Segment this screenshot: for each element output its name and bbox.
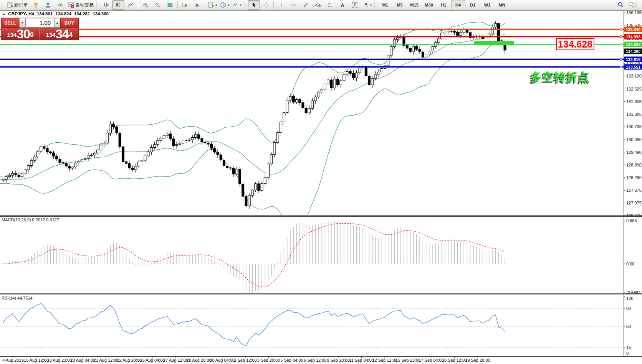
macd-pane-separator[interactable] [0, 215, 642, 216]
mt4-window: 新订单 自动交易 [0, 0, 642, 364]
price-badge-133.551: 133.551 [624, 64, 642, 70]
price-badge-134.628: 134.628 [624, 42, 642, 47]
deposit-gold-button[interactable] [30, 0, 42, 10]
volume-increase-button[interactable]: ▲ [54, 18, 60, 28]
profile-button[interactable] [42, 0, 54, 10]
svg-text:133.916: 133.916 [626, 57, 640, 62]
svg-text:128.890: 128.890 [626, 163, 642, 167]
svg-text:3 Sep 20:00: 3 Sep 20:00 [257, 358, 280, 362]
candles-layer [2, 21, 506, 209]
signals-button[interactable] [54, 0, 66, 10]
zoom-out-button[interactable] [152, 0, 164, 10]
rsi-pane-separator[interactable] [0, 293, 642, 295]
symbol-name: GBPJPY-,H4 [8, 12, 34, 16]
svg-text:133.551: 133.551 [626, 65, 640, 69]
chart-shift-button[interactable] [191, 0, 204, 10]
svg-text:133.120: 133.120 [626, 74, 642, 78]
sell-button[interactable]: SELL [1, 18, 19, 28]
channel-button[interactable]: E [312, 0, 324, 10]
svg-text:11 Sep 04:00: 11 Sep 04:00 [349, 358, 374, 362]
trendline-button[interactable] [299, 0, 312, 10]
tab-timeframe-H4[interactable]: H4 [451, 0, 465, 10]
sell-price[interactable]: 134300 [1, 28, 40, 40]
tab-timeframe-D1[interactable]: D1 [465, 0, 480, 10]
svg-text:0.00: 0.00 [626, 262, 634, 266]
time-axis[interactable]: 4 Aug 201915 Aug 12:0018 Aug 23:0020 Aug… [2, 357, 490, 363]
arrows-icon [362, 2, 369, 8]
horizontal-line-button[interactable] [287, 0, 299, 10]
profile-icon [45, 2, 51, 8]
crosshair-button[interactable] [260, 0, 272, 10]
fibonacci-button[interactable]: F [324, 0, 336, 10]
vertical-line-button[interactable] [275, 0, 287, 10]
svg-text:130.705: 130.705 [626, 124, 642, 129]
toolbar-grip[interactable] [2, 2, 5, 8]
search-button[interactable] [614, 0, 627, 10]
svg-text:18 Aug 23:00: 18 Aug 23:00 [47, 358, 72, 362]
chat-icon [629, 2, 637, 8]
search-icon [617, 2, 624, 8]
turning-point-annotation[interactable]: 多空转折点 [530, 69, 590, 85]
text-label-icon: T [352, 2, 358, 8]
arrows-button[interactable]: ▾ [361, 0, 373, 10]
autoscroll-button[interactable] [179, 0, 191, 10]
new-order-button[interactable]: 新订单 [5, 0, 30, 10]
quote-low: 134.281 [74, 12, 90, 16]
zoom-in-icon [142, 2, 149, 8]
autotrade-button[interactable]: 自动交易 [66, 0, 95, 10]
svg-text:129.490: 129.490 [626, 150, 642, 155]
svg-text:9 Sep 20:00: 9 Sep 20:00 [327, 358, 349, 362]
dropdown-caret-icon: ▾ [240, 3, 242, 7]
tile-windows-button[interactable] [164, 0, 176, 10]
svg-text:128.290: 128.290 [626, 175, 642, 180]
tab-timeframe-H1[interactable]: H1 [436, 0, 451, 10]
collapse-panel-arrow[interactable]: ▲ [2, 12, 5, 16]
macd-histogram [3, 221, 505, 293]
svg-text:0: 0 [626, 351, 629, 356]
chart-bars-button[interactable] [100, 0, 112, 10]
buy-price[interactable]: 134344 [40, 28, 78, 40]
text-button[interactable]: A [336, 0, 349, 10]
toolbar-grip[interactable] [96, 2, 99, 8]
zoom-in-button[interactable] [139, 0, 152, 10]
chart-canvas[interactable]: 136.135135.535134.920134.305133.720133.1… [0, 0, 642, 364]
sell-price-pips: 30 [17, 28, 30, 40]
tab-timeframe-MN[interactable]: MN [495, 0, 509, 10]
toolbar-grip[interactable] [244, 2, 247, 8]
indicators-button[interactable]: ▾ [206, 0, 218, 10]
periods-button[interactable]: ▾ [218, 0, 231, 10]
chat-button[interactable] [627, 0, 639, 10]
tab-timeframe-M5[interactable]: M5 [392, 0, 407, 10]
volume-decrease-button[interactable]: ▼ [19, 18, 25, 28]
new-order-label: 新订单 [14, 2, 28, 8]
cursor-button[interactable] [248, 0, 260, 10]
svg-text:134.993: 134.993 [626, 35, 640, 39]
support-highlight-segment[interactable] [474, 41, 514, 45]
templates-button[interactable]: ▾ [231, 0, 243, 10]
price-level-annotation-box[interactable]: 134.628 [556, 38, 594, 50]
crosshair-icon [263, 2, 269, 8]
hline-handle [620, 28, 622, 30]
svg-text:17 Sep 04:00: 17 Sep 04:00 [419, 358, 443, 362]
timeframe-bar: M1M5M15M30H1H4D1W1MN [378, 0, 509, 10]
text-label-button[interactable]: T [349, 0, 361, 10]
price-badge-134.993: 134.993 [624, 34, 642, 40]
chart-line-button[interactable] [124, 0, 137, 10]
chart-candles-button[interactable] [112, 0, 124, 10]
autotrade-label: 自动交易 [75, 2, 94, 8]
clock-icon [220, 2, 226, 8]
toolbar-grip[interactable] [374, 2, 377, 8]
volume-input[interactable]: 1.00 [25, 18, 54, 28]
svg-text:4 Aug 2019: 4 Aug 2019 [2, 358, 24, 362]
buy-button[interactable]: BUY [60, 18, 78, 28]
quote-open: 134.801 [37, 12, 53, 16]
tab-timeframe-M15[interactable]: M15 [407, 0, 422, 10]
rsi-line [3, 303, 505, 346]
tab-timeframe-M1[interactable]: M1 [378, 0, 392, 10]
svg-text:15: 15 [626, 345, 631, 350]
tab-timeframe-W1[interactable]: W1 [480, 0, 495, 10]
tab-timeframe-M30[interactable]: M30 [422, 0, 436, 10]
svg-text:20 Aug 04:00: 20 Aug 04:00 [70, 358, 95, 362]
price-axis[interactable]: 136.135135.535134.920134.305133.720133.1… [624, 10, 642, 356]
svg-text:15 Aug 12:00: 15 Aug 12:00 [24, 358, 49, 362]
